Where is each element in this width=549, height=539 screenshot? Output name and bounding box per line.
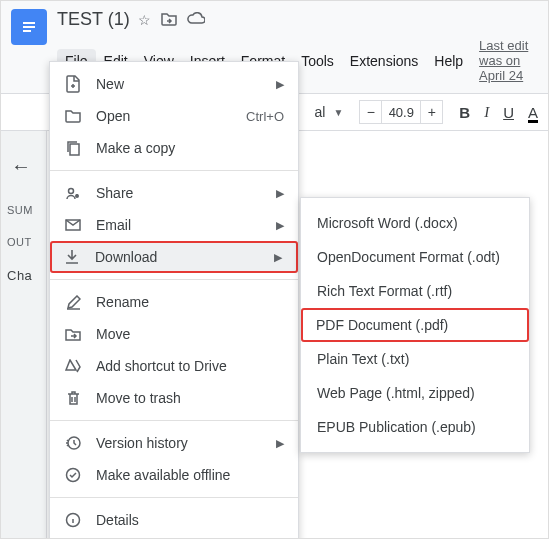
submenu-arrow-icon: ▶ [276, 437, 284, 450]
document-title[interactable]: TEST (1) [57, 9, 130, 30]
svg-rect-1 [23, 26, 35, 28]
font-size-control: − 40.9 + [359, 100, 443, 124]
download-pdf-label: PDF Document (.pdf) [316, 317, 448, 333]
info-icon [64, 512, 82, 528]
menu-rename-label: Rename [96, 294, 149, 310]
menu-share-label: Share [96, 185, 133, 201]
font-size-value[interactable]: 40.9 [382, 105, 420, 120]
chapter-label[interactable]: Cha [7, 268, 32, 283]
underline-button[interactable]: U [503, 104, 514, 121]
download-rtf-label: Rich Text Format (.rtf) [317, 283, 452, 299]
menu-move[interactable]: Move [50, 318, 298, 350]
menu-version-history-label: Version history [96, 435, 188, 451]
svg-rect-3 [70, 144, 79, 155]
menu-add-shortcut-label: Add shortcut to Drive [96, 358, 227, 374]
download-icon [63, 249, 81, 265]
menu-open-label: Open [96, 108, 130, 124]
menu-email-label: Email [96, 217, 131, 233]
font-dropdown[interactable]: al [314, 104, 325, 120]
menu-separator [50, 420, 298, 421]
share-icon [64, 185, 82, 201]
download-txt[interactable]: Plain Text (.txt) [301, 342, 529, 376]
docs-logo-icon[interactable] [11, 9, 47, 45]
star-icon[interactable]: ☆ [138, 12, 151, 28]
italic-button[interactable]: I [484, 104, 489, 121]
submenu-arrow-icon: ▶ [276, 187, 284, 200]
menu-separator [50, 170, 298, 171]
bold-button[interactable]: B [459, 104, 470, 121]
move-icon [64, 328, 82, 341]
download-odt-label: OpenDocument Format (.odt) [317, 249, 500, 265]
download-pdf[interactable]: PDF Document (.pdf) [301, 308, 529, 342]
menu-email[interactable]: Email ▶ [50, 209, 298, 241]
menu-offline[interactable]: Make available offline [50, 459, 298, 491]
download-html-label: Web Page (.html, zipped) [317, 385, 475, 401]
download-docx-label: Microsoft Word (.docx) [317, 215, 458, 231]
menu-download[interactable]: Download ▶ [50, 241, 298, 273]
menu-move-trash[interactable]: Move to trash [50, 382, 298, 414]
menu-share[interactable]: Share ▶ [50, 177, 298, 209]
history-icon [64, 435, 82, 451]
menu-separator [50, 279, 298, 280]
menu-new-label: New [96, 76, 124, 92]
menu-help[interactable]: Help [426, 49, 471, 73]
copy-icon [64, 140, 82, 156]
trash-icon [64, 390, 82, 406]
increase-button[interactable]: + [420, 101, 442, 123]
menu-details[interactable]: Details [50, 504, 298, 536]
summary-label: SUM [7, 204, 33, 216]
menu-move-trash-label: Move to trash [96, 390, 181, 406]
menu-separator [50, 497, 298, 498]
menu-download-label: Download [95, 249, 157, 265]
submenu-arrow-icon: ▶ [274, 251, 282, 264]
menu-add-shortcut[interactable]: Add shortcut to Drive [50, 350, 298, 382]
submenu-arrow-icon: ▶ [276, 78, 284, 91]
cloud-status-icon[interactable] [187, 12, 205, 28]
folder-open-icon [64, 109, 82, 123]
download-html[interactable]: Web Page (.html, zipped) [301, 376, 529, 410]
download-submenu: Microsoft Word (.docx) OpenDocument Form… [300, 197, 530, 453]
text-color-button[interactable]: A [528, 104, 538, 121]
move-folder-icon[interactable] [161, 12, 177, 28]
drive-shortcut-icon [64, 359, 82, 373]
download-docx[interactable]: Microsoft Word (.docx) [301, 206, 529, 240]
menu-make-copy-label: Make a copy [96, 140, 175, 156]
menu-move-label: Move [96, 326, 130, 342]
menu-rename[interactable]: Rename [50, 286, 298, 318]
download-rtf[interactable]: Rich Text Format (.rtf) [301, 274, 529, 308]
open-shortcut: Ctrl+O [246, 109, 284, 124]
menu-tools[interactable]: Tools [293, 49, 342, 73]
last-edit-link[interactable]: Last edit was on April 24 [471, 34, 538, 87]
rename-icon [64, 295, 82, 310]
submenu-arrow-icon: ▶ [276, 219, 284, 232]
file-menu-dropdown: New ▶ Open Ctrl+O Make a copy Share ▶ Em… [49, 61, 299, 539]
offline-icon [64, 467, 82, 483]
download-epub-label: EPUB Publication (.epub) [317, 419, 476, 435]
menu-extensions[interactable]: Extensions [342, 49, 426, 73]
decrease-button[interactable]: − [360, 101, 382, 123]
email-icon [64, 219, 82, 231]
menu-open[interactable]: Open Ctrl+O [50, 100, 298, 132]
menu-make-copy[interactable]: Make a copy [50, 132, 298, 164]
chevron-down-icon[interactable]: ▼ [333, 107, 343, 118]
svg-point-4 [69, 189, 74, 194]
outline-panel: ← SUM OUT Cha [1, 131, 47, 539]
svg-rect-0 [23, 22, 35, 24]
svg-rect-2 [23, 30, 31, 32]
new-doc-icon [64, 75, 82, 93]
menu-offline-label: Make available offline [96, 467, 230, 483]
outline-label: OUT [7, 236, 32, 248]
download-txt-label: Plain Text (.txt) [317, 351, 409, 367]
download-epub[interactable]: EPUB Publication (.epub) [301, 410, 529, 444]
download-odt[interactable]: OpenDocument Format (.odt) [301, 240, 529, 274]
menu-version-history[interactable]: Version history ▶ [50, 427, 298, 459]
menu-details-label: Details [96, 512, 139, 528]
collapse-outline-icon[interactable]: ← [11, 155, 31, 178]
menu-new[interactable]: New ▶ [50, 68, 298, 100]
